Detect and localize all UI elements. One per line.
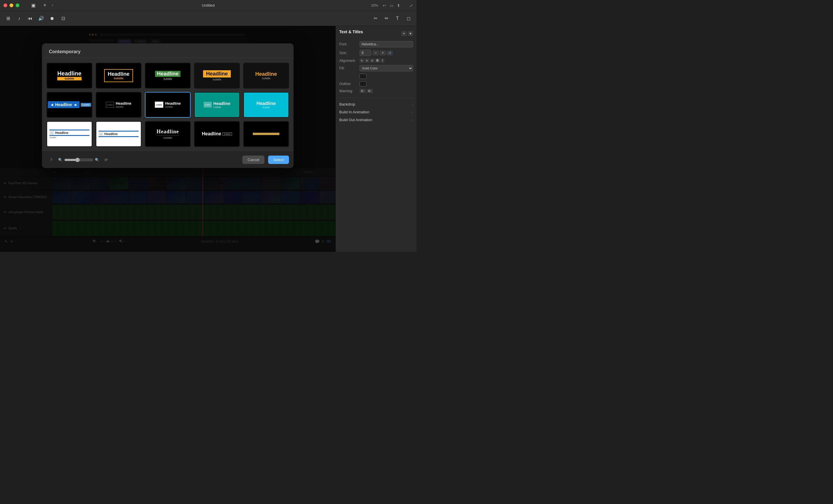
- template-card-6[interactable]: ◄ Headline ◄ Subtitle: [47, 92, 92, 118]
- share-icon[interactable]: ⬆: [397, 3, 400, 8]
- size-reset-button[interactable]: ↺: [387, 51, 393, 55]
- template-card-4[interactable]: Headline Subtitle: [194, 63, 240, 89]
- fill-color-row: [339, 74, 413, 79]
- backdrop-row[interactable]: Backdrop ›: [339, 100, 413, 108]
- fill-color-swatch[interactable]: [359, 74, 366, 79]
- fill-select[interactable]: Solid Color: [359, 65, 413, 71]
- template-modal: Contemporary Headline Subtitle: [42, 43, 293, 168]
- loop-button[interactable]: ⟳: [101, 155, 111, 165]
- build-in-chevron-icon: ›: [412, 110, 413, 114]
- font-label: Font:: [339, 42, 359, 46]
- modal-header: Contemporary: [42, 43, 293, 58]
- crop-icon[interactable]: ✂: [371, 14, 380, 23]
- footer-actions: Cancel Select: [242, 155, 289, 164]
- warning-b-button[interactable]: A↓: [367, 89, 373, 93]
- view-mode-button[interactable]: ⊞: [3, 14, 13, 23]
- template-grid: Headline Subtitle Headline Subtitle: [42, 58, 293, 151]
- warning-buttons: A↑ A↓: [359, 89, 373, 93]
- audio-button[interactable]: ♪: [15, 14, 24, 23]
- traffic-lights: [3, 3, 19, 7]
- align-center-button[interactable]: ≡: [365, 58, 370, 63]
- rewind-button[interactable]: ⏮: [25, 14, 35, 23]
- fill-label: Fill:: [339, 66, 359, 70]
- backdrop-label: Backdrop: [339, 102, 355, 106]
- template-card-3[interactable]: Headline Subtitle: [145, 63, 191, 89]
- window-title: Untitled: [202, 3, 215, 7]
- template-card-13[interactable]: Headline Subtitle: [145, 121, 191, 147]
- fill-row: Fill: Solid Color: [339, 65, 413, 71]
- toolbar-action-icons: ↩ ▭ ⬆: [383, 3, 400, 8]
- outline-row: Outline:: [339, 81, 413, 87]
- add-panel-button[interactable]: +: [401, 31, 407, 36]
- top-toolbar: ⊞ ♪ ⏮ 🔊 ⏺ ⊡ ✂ ✏ T ◻: [0, 11, 416, 26]
- main-layout: Playlists Podcasts Artists: [0, 26, 416, 252]
- template-card-15[interactable]: [243, 121, 289, 147]
- close-button[interactable]: [3, 3, 7, 7]
- font-input[interactable]: [359, 41, 413, 47]
- template-card-2[interactable]: Headline Subtitle: [96, 63, 141, 89]
- align-right-button[interactable]: ≡: [370, 58, 375, 63]
- modal-footer: ? 🔍 🔍 ⟳ Cancel Select: [42, 151, 293, 168]
- warning-row: Warning: A↑ A↓: [339, 89, 413, 93]
- template-card-8[interactable]: LOGO Headline Subtitle: [145, 92, 191, 118]
- speaker-button[interactable]: 🔊: [37, 14, 46, 23]
- modal-overlay: Contemporary Headline Subtitle: [0, 26, 335, 252]
- template-card-9[interactable]: LOGO Headline Subtitle: [194, 92, 240, 118]
- zoom-level: 20%: [371, 3, 378, 7]
- align-left-button[interactable]: ≡: [359, 58, 364, 63]
- size-input[interactable]: [359, 50, 371, 56]
- sidebar-toggle-button[interactable]: ▣: [29, 1, 38, 10]
- template-card-10[interactable]: Headline Subtitle: [243, 92, 289, 118]
- template-card-11[interactable]: img Headline Subtitle: [47, 121, 92, 147]
- alignment-label: Alignment:: [339, 59, 359, 63]
- cancel-button[interactable]: Cancel: [242, 155, 264, 164]
- modal-category-label: Contemporary: [49, 49, 80, 54]
- italic-button[interactable]: I: [381, 58, 384, 63]
- preview-area: Playlists Podcasts Artists: [0, 26, 335, 252]
- template-card-7[interactable]: LOGO Headline Subtitle: [96, 92, 141, 118]
- minimize-button[interactable]: [9, 3, 13, 7]
- build-out-row[interactable]: Build Out Animation ›: [339, 116, 413, 124]
- pen-icon[interactable]: ✏: [382, 14, 391, 23]
- record-button[interactable]: ⏺: [47, 14, 57, 23]
- size-increase-button[interactable]: +: [379, 50, 386, 55]
- footer-left: ? 🔍 🔍 ⟳: [47, 155, 111, 165]
- titlebar-right: 20% ↩ ▭ ⬆ ⤢: [371, 3, 413, 8]
- warning-label: Warning:: [339, 89, 359, 93]
- template-card-5[interactable]: Headline Subtitle: [243, 63, 289, 89]
- add-button[interactable]: +: [40, 1, 49, 10]
- template-card-14[interactable]: Headline Subtitle: [194, 121, 240, 147]
- undo-icon[interactable]: ↩: [383, 3, 386, 8]
- titlebar: ▣ + ▾ Untitled 20% ↩ ▭ ⬆ ⤢: [0, 0, 416, 11]
- outline-color-swatch[interactable]: [359, 81, 366, 87]
- build-out-label: Build Out Animation: [339, 118, 372, 122]
- build-in-label: Build In Animation: [339, 110, 370, 114]
- backdrop-chevron-icon: ›: [412, 102, 413, 106]
- help-button[interactable]: ?: [47, 155, 56, 165]
- template-card-12[interactable]: img Headline: [96, 121, 141, 147]
- size-decrease-button[interactable]: −: [372, 50, 379, 55]
- text-icon[interactable]: T: [393, 14, 402, 23]
- zoom-out-icon: 🔍: [58, 158, 63, 162]
- alignment-row: Alignment: ≡ ≡ ≡ B I: [339, 58, 413, 63]
- display-icon[interactable]: ▭: [389, 3, 394, 8]
- expand-icon[interactable]: ⤢: [409, 3, 413, 8]
- build-in-row[interactable]: Build In Animation ›: [339, 108, 413, 116]
- panel-more-button[interactable]: ▾: [408, 31, 413, 36]
- screen-record-button[interactable]: ⊡: [58, 14, 68, 23]
- bold-button[interactable]: B: [375, 58, 380, 63]
- size-row: Size: − + ↺: [339, 50, 413, 56]
- warning-a-button[interactable]: A↑: [359, 89, 366, 93]
- zoom-slider[interactable]: [64, 158, 93, 162]
- backdrop-section: Backdrop › Build In Animation › Build Ou…: [339, 98, 413, 126]
- zoom-control: 🔍 🔍: [58, 158, 99, 162]
- shape-icon[interactable]: ◻: [404, 14, 413, 23]
- right-panel: Text & Titles + ▾ Font: Size: − + ↺ Alig…: [335, 26, 416, 252]
- alignment-buttons: ≡ ≡ ≡ B I: [359, 58, 384, 63]
- select-button[interactable]: Select: [268, 155, 289, 164]
- template-card-1[interactable]: Headline Subtitle: [47, 63, 92, 89]
- font-row: Font:: [339, 41, 413, 47]
- outline-label: Outline:: [339, 82, 359, 86]
- maximize-button[interactable]: [16, 3, 19, 7]
- build-out-chevron-icon: ›: [412, 118, 413, 122]
